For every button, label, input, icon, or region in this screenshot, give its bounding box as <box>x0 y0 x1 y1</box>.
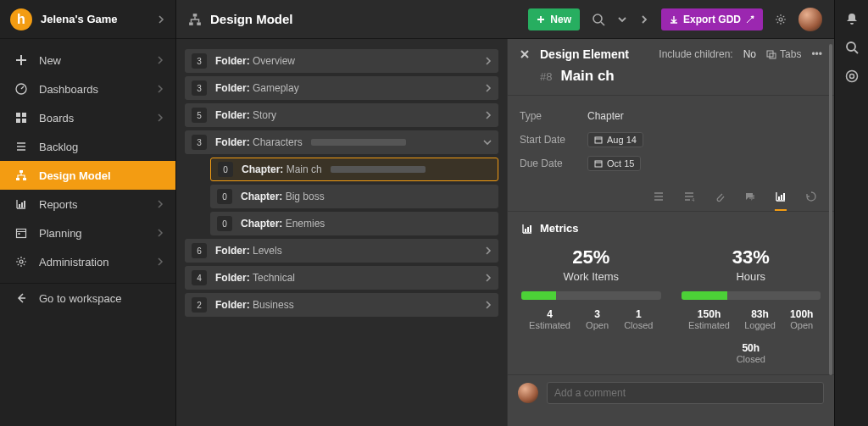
tree-folder-row[interactable]: 3Folder: Characters <box>185 130 498 154</box>
tree-chapter-row[interactable]: 0Chapter: Enemies <box>210 212 498 235</box>
new-button[interactable]: New <box>528 8 580 30</box>
tree-chapter-row[interactable]: 0Chapter: Main ch <box>210 158 498 181</box>
detail-tabs: 4 <box>508 184 834 212</box>
item-count: 6 <box>192 243 207 258</box>
tabs-button[interactable]: Tabs <box>766 48 801 60</box>
item-name: Overview <box>253 55 295 67</box>
export-gdd-button[interactable]: Export GDD <box>661 8 763 30</box>
svg-rect-27 <box>527 227 529 232</box>
sidebar-item-design-model[interactable]: Design Model <box>0 161 175 190</box>
chevron-right-icon[interactable] <box>485 301 492 309</box>
sidebar-item-backlog[interactable]: Backlog <box>0 132 175 161</box>
search-icon[interactable] <box>845 41 859 54</box>
item-name: Technical <box>253 272 295 284</box>
svg-rect-28 <box>530 225 531 232</box>
go-to-workspace-button[interactable]: Go to workspace <box>0 284 175 313</box>
attr-label: Due Date <box>520 158 587 169</box>
sidebar-item-planning[interactable]: Planning <box>0 219 175 247</box>
svg-text:4: 4 <box>692 197 695 202</box>
tree-folder-row[interactable]: 3Folder: Gameplay <box>185 76 498 100</box>
tree-folder-row[interactable]: 2Folder: Business <box>185 293 498 317</box>
sidebar-item-reports[interactable]: Reports <box>0 190 175 219</box>
sidebar-item-dashboards[interactable]: Dashboards <box>0 75 175 103</box>
svg-rect-6 <box>23 178 26 180</box>
include-children-value[interactable]: No <box>743 48 756 60</box>
tree-folder-row[interactable]: 5Folder: Story <box>185 103 498 127</box>
item-kind: Folder: <box>215 109 253 121</box>
svg-rect-3 <box>22 119 26 123</box>
close-icon[interactable] <box>520 49 530 59</box>
svg-point-31 <box>849 75 854 79</box>
svg-point-16 <box>593 14 602 23</box>
item-count: 3 <box>192 80 207 96</box>
date-chip[interactable]: Aug 14 <box>587 132 643 147</box>
item-kind: Folder: <box>215 299 253 311</box>
sidebar-item-label: Planning <box>39 227 157 240</box>
more-icon[interactable]: ••• <box>811 48 822 60</box>
chevron-right-icon[interactable] <box>485 84 492 92</box>
svg-point-29 <box>847 42 855 51</box>
svg-rect-7 <box>19 204 20 207</box>
sidebar-item-label: Administration <box>39 256 157 268</box>
item-count: 4 <box>192 270 207 285</box>
item-kind: Folder: <box>215 136 253 148</box>
moon-icon[interactable] <box>845 98 859 112</box>
chevron-down-icon[interactable] <box>617 14 627 25</box>
sidebar-header[interactable]: h Jelena's Game <box>0 0 175 39</box>
tab-list[interactable]: 4 <box>683 191 695 211</box>
chevron-right-icon <box>157 229 164 237</box>
svg-rect-13 <box>193 14 198 16</box>
bell-icon[interactable] <box>845 12 859 25</box>
plus-icon <box>12 54 31 66</box>
tree-folder-row[interactable]: 4Folder: Technical <box>185 266 498 290</box>
tree-folder-row[interactable]: 3Folder: Overview <box>185 49 498 73</box>
tab-attachments[interactable] <box>714 191 726 211</box>
metric-work-items: 25% Work Items 4Estimated 3Open 1Closed <box>521 246 661 364</box>
svg-point-12 <box>19 260 23 263</box>
help-icon[interactable] <box>845 69 859 83</box>
tab-comments[interactable] <box>744 191 756 211</box>
progress-bar <box>311 139 406 146</box>
comment-input[interactable] <box>547 382 824 404</box>
chevron-right-icon[interactable] <box>485 57 492 65</box>
button-label: Export GDD <box>683 14 741 25</box>
gear-icon <box>12 256 31 268</box>
chevron-right-icon[interactable] <box>639 14 649 25</box>
tab-align[interactable] <box>653 191 665 211</box>
search-icon[interactable] <box>592 13 605 26</box>
item-count: 5 <box>192 108 207 123</box>
item-count: 0 <box>218 162 233 177</box>
chevron-down-icon[interactable] <box>483 138 492 147</box>
scrollbar[interactable] <box>829 44 832 375</box>
backlog-icon <box>12 141 31 152</box>
tab-history[interactable] <box>805 191 817 211</box>
chevron-right-icon[interactable] <box>485 274 492 282</box>
tab-metrics[interactable] <box>775 191 787 211</box>
sidebar-item-boards[interactable]: Boards <box>0 103 175 132</box>
user-avatar[interactable] <box>798 8 822 31</box>
item-kind: Chapter: <box>241 218 286 230</box>
button-label: New <box>550 14 571 25</box>
panel-title: Design Element <box>540 47 648 61</box>
date-chip[interactable]: Oct 15 <box>587 156 641 171</box>
element-id: #8 <box>540 70 552 83</box>
sidebar-item-administration[interactable]: Administration <box>0 247 175 276</box>
sidebar-item-new[interactable]: New <box>0 46 175 75</box>
metric-percent: 25% <box>521 246 661 268</box>
tree-folder-row[interactable]: 6Folder: Levels <box>185 239 498 263</box>
metric-label: Hours <box>682 270 821 283</box>
svg-rect-4 <box>19 170 23 173</box>
tree-chapter-row[interactable]: 0Chapter: Big boss <box>210 185 498 208</box>
metrics-header: Metrics <box>508 212 834 241</box>
item-count: 2 <box>192 297 207 313</box>
sidebar: h Jelena's Game New Dashboards Boards Ba… <box>0 0 176 426</box>
chevron-right-icon[interactable] <box>485 246 492 255</box>
metrics-body: 25% Work Items 4Estimated 3Open 1Closed … <box>508 241 834 374</box>
gear-icon[interactable] <box>775 14 787 25</box>
item-count: 0 <box>217 216 232 231</box>
sidebar-item-label: Dashboards <box>39 83 157 96</box>
chevron-right-icon[interactable] <box>485 111 492 119</box>
arrow-left-icon <box>12 292 31 304</box>
svg-rect-11 <box>19 233 20 235</box>
chevron-right-icon[interactable] <box>157 15 165 24</box>
